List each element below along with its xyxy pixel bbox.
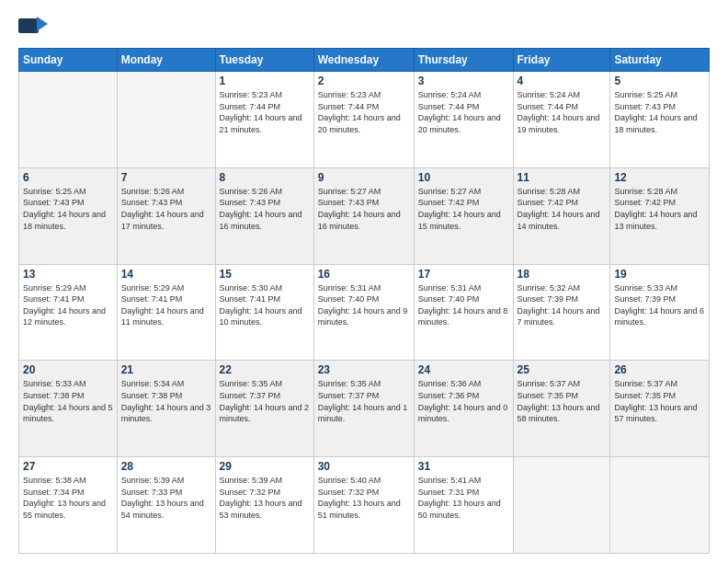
day-info: Sunrise: 5:24 AMSunset: 7:44 PMDaylight:…: [418, 89, 509, 135]
calendar-cell: 2Sunrise: 5:23 AMSunset: 7:44 PMDaylight…: [313, 72, 414, 168]
day-number: 2: [318, 75, 410, 87]
day-info: Sunrise: 5:23 AMSunset: 7:44 PMDaylight:…: [220, 89, 310, 135]
day-number: 8: [220, 171, 310, 184]
calendar-cell: [19, 72, 118, 168]
day-info: Sunrise: 5:28 AMSunset: 7:42 PMDaylight:…: [518, 186, 607, 232]
day-number: 19: [614, 268, 705, 281]
calendar-cell: 18Sunrise: 5:32 AMSunset: 7:39 PMDayligh…: [513, 264, 610, 361]
day-info: Sunrise: 5:31 AMSunset: 7:40 PMDaylight:…: [318, 282, 410, 328]
calendar-cell: 31Sunrise: 5:41 AMSunset: 7:31 PMDayligh…: [414, 457, 513, 554]
calendar-cell: 12Sunrise: 5:28 AMSunset: 7:42 PMDayligh…: [610, 167, 710, 264]
day-info: Sunrise: 5:37 AMSunset: 7:35 PMDaylight:…: [614, 378, 705, 424]
day-info: Sunrise: 5:37 AMSunset: 7:35 PMDaylight:…: [518, 378, 607, 424]
day-number: 15: [220, 268, 310, 281]
calendar-cell: 24Sunrise: 5:36 AMSunset: 7:36 PMDayligh…: [414, 361, 513, 457]
day-number: 21: [121, 363, 211, 376]
day-number: 9: [318, 171, 410, 184]
calendar-cell: 22Sunrise: 5:35 AMSunset: 7:37 PMDayligh…: [215, 361, 313, 457]
calendar-cell: 30Sunrise: 5:40 AMSunset: 7:32 PMDayligh…: [313, 457, 414, 554]
weekday-header-sunday: Sunday: [19, 49, 118, 72]
day-info: Sunrise: 5:25 AMSunset: 7:43 PMDaylight:…: [614, 89, 705, 135]
day-info: Sunrise: 5:38 AMSunset: 7:34 PMDaylight:…: [23, 475, 113, 521]
day-info: Sunrise: 5:40 AMSunset: 7:32 PMDaylight:…: [318, 475, 410, 521]
calendar-week-3: 13Sunrise: 5:29 AMSunset: 7:41 PMDayligh…: [19, 264, 710, 361]
page: SundayMondayTuesdayWednesdayThursdayFrid…: [0, 0, 728, 563]
calendar-cell: 9Sunrise: 5:27 AMSunset: 7:43 PMDaylight…: [313, 167, 414, 264]
logo-icon: [18, 15, 48, 40]
calendar-cell: 26Sunrise: 5:37 AMSunset: 7:35 PMDayligh…: [610, 361, 710, 457]
day-info: Sunrise: 5:39 AMSunset: 7:32 PMDaylight:…: [220, 475, 310, 521]
day-info: Sunrise: 5:36 AMSunset: 7:36 PMDaylight:…: [418, 378, 509, 424]
day-number: 10: [418, 171, 509, 184]
day-info: Sunrise: 5:26 AMSunset: 7:43 PMDaylight:…: [121, 186, 211, 232]
calendar-cell: 20Sunrise: 5:33 AMSunset: 7:38 PMDayligh…: [19, 361, 118, 457]
calendar-cell: 29Sunrise: 5:39 AMSunset: 7:32 PMDayligh…: [215, 457, 313, 554]
header: [18, 15, 710, 40]
weekday-header-row: SundayMondayTuesdayWednesdayThursdayFrid…: [19, 49, 710, 72]
calendar-cell: 4Sunrise: 5:24 AMSunset: 7:44 PMDaylight…: [513, 72, 610, 168]
calendar-cell: [117, 72, 215, 168]
day-info: Sunrise: 5:27 AMSunset: 7:43 PMDaylight:…: [318, 186, 410, 232]
day-info: Sunrise: 5:30 AMSunset: 7:41 PMDaylight:…: [220, 282, 310, 328]
day-info: Sunrise: 5:26 AMSunset: 7:43 PMDaylight:…: [220, 186, 310, 232]
calendar-cell: 3Sunrise: 5:24 AMSunset: 7:44 PMDaylight…: [414, 72, 513, 168]
calendar-week-1: 1Sunrise: 5:23 AMSunset: 7:44 PMDaylight…: [19, 72, 710, 168]
calendar-cell: [610, 457, 710, 554]
calendar-week-5: 27Sunrise: 5:38 AMSunset: 7:34 PMDayligh…: [19, 457, 710, 554]
calendar-table: SundayMondayTuesdayWednesdayThursdayFrid…: [18, 48, 710, 554]
svg-rect-0: [18, 18, 39, 33]
calendar-cell: 13Sunrise: 5:29 AMSunset: 7:41 PMDayligh…: [19, 264, 118, 361]
day-number: 1: [220, 75, 310, 87]
calendar-cell: 17Sunrise: 5:31 AMSunset: 7:40 PMDayligh…: [414, 264, 513, 361]
day-number: 3: [418, 75, 509, 87]
day-number: 24: [418, 363, 509, 376]
calendar-week-2: 6Sunrise: 5:25 AMSunset: 7:43 PMDaylight…: [19, 167, 710, 264]
calendar-cell: 25Sunrise: 5:37 AMSunset: 7:35 PMDayligh…: [513, 361, 610, 457]
day-number: 5: [614, 75, 705, 87]
calendar-cell: 1Sunrise: 5:23 AMSunset: 7:44 PMDaylight…: [215, 72, 313, 168]
day-info: Sunrise: 5:23 AMSunset: 7:44 PMDaylight:…: [318, 89, 410, 135]
day-number: 31: [418, 460, 509, 473]
calendar-cell: 15Sunrise: 5:30 AMSunset: 7:41 PMDayligh…: [215, 264, 313, 361]
calendar-cell: 14Sunrise: 5:29 AMSunset: 7:41 PMDayligh…: [117, 264, 215, 361]
logo: [18, 15, 51, 40]
day-number: 16: [318, 268, 410, 281]
calendar-cell: 6Sunrise: 5:25 AMSunset: 7:43 PMDaylight…: [19, 167, 118, 264]
calendar-week-4: 20Sunrise: 5:33 AMSunset: 7:38 PMDayligh…: [19, 361, 710, 457]
day-info: Sunrise: 5:29 AMSunset: 7:41 PMDaylight:…: [121, 282, 211, 328]
day-number: 4: [518, 75, 607, 87]
calendar-cell: 23Sunrise: 5:35 AMSunset: 7:37 PMDayligh…: [313, 361, 414, 457]
day-info: Sunrise: 5:32 AMSunset: 7:39 PMDaylight:…: [518, 282, 607, 328]
weekday-header-monday: Monday: [117, 49, 215, 72]
day-number: 7: [121, 171, 211, 184]
day-number: 17: [418, 268, 509, 281]
calendar-cell: 21Sunrise: 5:34 AMSunset: 7:38 PMDayligh…: [117, 361, 215, 457]
calendar-cell: 27Sunrise: 5:38 AMSunset: 7:34 PMDayligh…: [19, 457, 118, 554]
weekday-header-tuesday: Tuesday: [215, 49, 313, 72]
day-info: Sunrise: 5:33 AMSunset: 7:38 PMDaylight:…: [23, 378, 113, 424]
day-info: Sunrise: 5:41 AMSunset: 7:31 PMDaylight:…: [418, 475, 509, 521]
day-number: 30: [318, 460, 410, 473]
day-info: Sunrise: 5:28 AMSunset: 7:42 PMDaylight:…: [614, 186, 705, 232]
day-info: Sunrise: 5:24 AMSunset: 7:44 PMDaylight:…: [518, 89, 607, 135]
day-info: Sunrise: 5:31 AMSunset: 7:40 PMDaylight:…: [418, 282, 509, 328]
day-info: Sunrise: 5:39 AMSunset: 7:33 PMDaylight:…: [121, 475, 211, 521]
calendar-cell: [513, 457, 610, 554]
weekday-header-friday: Friday: [513, 49, 610, 72]
day-info: Sunrise: 5:33 AMSunset: 7:39 PMDaylight:…: [614, 282, 705, 328]
day-number: 11: [518, 171, 607, 184]
day-info: Sunrise: 5:34 AMSunset: 7:38 PMDaylight:…: [121, 378, 211, 424]
day-number: 25: [518, 363, 607, 376]
calendar-cell: 28Sunrise: 5:39 AMSunset: 7:33 PMDayligh…: [117, 457, 215, 554]
day-number: 14: [121, 268, 211, 281]
day-number: 20: [23, 363, 113, 376]
day-number: 26: [614, 363, 705, 376]
day-number: 22: [220, 363, 310, 376]
day-number: 13: [23, 268, 113, 281]
calendar-cell: 7Sunrise: 5:26 AMSunset: 7:43 PMDaylight…: [117, 167, 215, 264]
day-number: 18: [518, 268, 607, 281]
day-number: 28: [121, 460, 211, 473]
day-number: 23: [318, 363, 410, 376]
day-number: 27: [23, 460, 113, 473]
weekday-header-wednesday: Wednesday: [313, 49, 414, 72]
